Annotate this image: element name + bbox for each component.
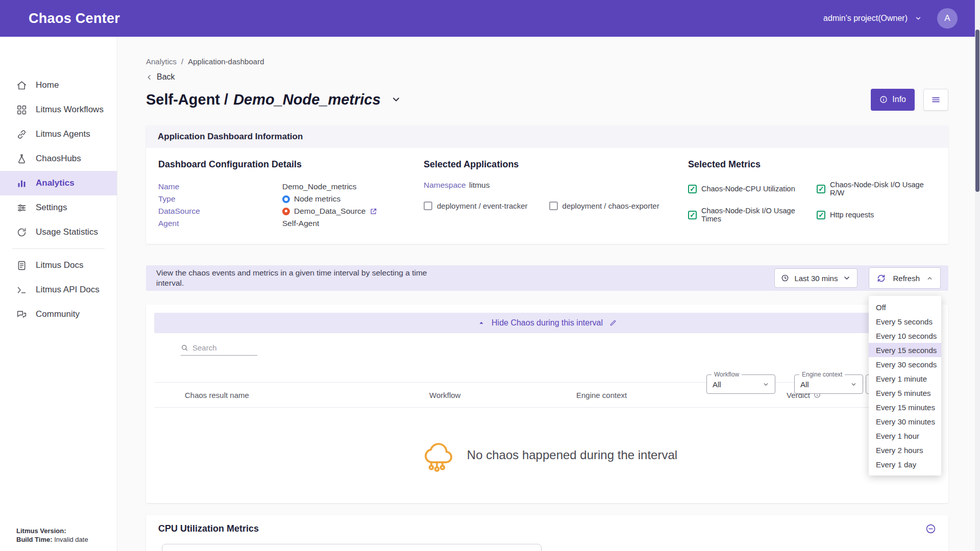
workflow-filter-label: Workflow bbox=[712, 371, 742, 378]
breadcrumb-analytics[interactable]: Analytics bbox=[146, 57, 177, 66]
external-link-icon[interactable] bbox=[370, 208, 377, 215]
menu-item-off[interactable]: Off bbox=[869, 300, 941, 314]
config-value: Node metrics bbox=[282, 194, 340, 204]
hide-chaos-toggle[interactable]: Hide Chaos during this interval bbox=[154, 313, 940, 333]
menu-item-every-5-seconds[interactable]: Every 5 seconds bbox=[869, 314, 941, 329]
sidebar-item-label: Community bbox=[36, 309, 80, 319]
top-bar: Chaos Center admin's project(Owner) A bbox=[0, 0, 980, 37]
sidebar-item-label: Settings bbox=[36, 203, 67, 213]
checkbox-checked-icon bbox=[817, 211, 825, 219]
chevron-up-icon bbox=[478, 319, 485, 327]
chevron-down-icon[interactable] bbox=[915, 15, 922, 22]
avatar[interactable]: A bbox=[937, 8, 958, 29]
config-value-text: Node metrics bbox=[294, 194, 340, 204]
title-actions: Info bbox=[871, 89, 948, 111]
engine-context-filter-value: All bbox=[800, 380, 809, 389]
sidebar-item-litmus-workflows[interactable]: Litmus Workflows bbox=[0, 97, 117, 122]
config-label: Agent bbox=[158, 219, 282, 228]
sidebar-item-litmus-api-docs[interactable]: Litmus API Docs bbox=[0, 278, 117, 302]
refresh-dropdown-button[interactable]: Refresh bbox=[869, 267, 941, 289]
workflow-filter-select[interactable]: Workflow All bbox=[706, 374, 775, 394]
page-title-agent: Self-Agent / bbox=[146, 91, 228, 108]
bar-chart-icon bbox=[16, 178, 27, 189]
collapse-minus-icon[interactable] bbox=[925, 523, 936, 534]
sidebar-item-community[interactable]: Community bbox=[0, 302, 117, 327]
main-area: Analytics / Application-dashboard Back S… bbox=[117, 37, 980, 551]
selected-metrics-title: Selected Metrics bbox=[688, 159, 936, 170]
engine-context-filter-select[interactable]: Engine context All bbox=[794, 374, 863, 394]
sidebar-secondary-nav: Litmus Docs Litmus API Docs Community bbox=[0, 253, 117, 327]
checkbox-checked-icon bbox=[688, 211, 697, 219]
project-selector-label[interactable]: admin's project(Owner) bbox=[823, 14, 908, 23]
breadcrumb-separator: / bbox=[181, 57, 183, 66]
namespace-label: Namespace bbox=[424, 181, 469, 190]
hide-chaos-label: Hide Chaos during this interval bbox=[492, 318, 603, 328]
sidebar-item-litmus-docs[interactable]: Litmus Docs bbox=[0, 253, 117, 278]
checkbox-cpu-utilization[interactable]: Chaos-Node-CPU Utilization bbox=[688, 181, 817, 197]
clock-icon bbox=[781, 274, 789, 282]
config-label: Name bbox=[158, 182, 282, 191]
menu-item-every-30-minutes[interactable]: Every 30 minutes bbox=[869, 414, 941, 429]
checkbox-label: Chaos-Node-Disk I/O Usage R/W bbox=[830, 181, 936, 197]
chevron-down-icon bbox=[843, 274, 851, 282]
dashboard-options-button[interactable] bbox=[923, 89, 948, 111]
config-row-agent: Agent Self-Agent bbox=[158, 217, 424, 230]
hamburger-menu-icon bbox=[931, 95, 941, 105]
application-options: deployment / event-tracker deployment / … bbox=[424, 202, 688, 210]
namespace-value: litmus bbox=[469, 181, 489, 190]
menu-item-every-15-minutes[interactable]: Every 15 minutes bbox=[869, 400, 941, 414]
menu-item-every-15-seconds[interactable]: Every 15 seconds bbox=[869, 343, 941, 357]
menu-item-every-1-day[interactable]: Every 1 day bbox=[869, 457, 941, 471]
time-range-select[interactable]: Last 30 mins bbox=[774, 268, 857, 288]
table-controls: Workflow All Engine context All Verdict … bbox=[154, 333, 940, 382]
sidebar-item-analytics[interactable]: Analytics bbox=[0, 171, 117, 195]
checkbox-label: Http requests bbox=[830, 211, 874, 219]
chevron-down-icon bbox=[850, 381, 857, 388]
checkbox-unchecked-icon bbox=[424, 202, 432, 210]
build-time-label: Build Time: bbox=[16, 536, 53, 543]
edit-pencil-icon[interactable] bbox=[609, 319, 617, 327]
checkbox-event-tracker[interactable]: deployment / event-tracker bbox=[424, 202, 528, 210]
checkbox-http-requests[interactable]: Http requests bbox=[817, 207, 936, 223]
dashboard-switcher-chevron-down-icon[interactable] bbox=[391, 94, 401, 105]
cpu-utilization-header: CPU Utilization Metrics bbox=[158, 523, 936, 534]
menu-item-every-2-hours[interactable]: Every 2 hours bbox=[869, 443, 941, 457]
chaos-interval-card: Hide Chaos during this interval Workflow… bbox=[146, 305, 948, 503]
menu-item-every-10-seconds[interactable]: Every 10 seconds bbox=[869, 329, 941, 343]
title-row: Self-Agent /Demo_Node_metrics Info bbox=[146, 88, 948, 111]
scrollbar-thumb[interactable] bbox=[975, 30, 979, 192]
search-input[interactable] bbox=[192, 343, 251, 352]
menu-item-every-1-hour[interactable]: Every 1 hour bbox=[869, 429, 941, 443]
time-range-value: Last 30 mins bbox=[794, 274, 838, 283]
sidebar-item-home[interactable]: Home bbox=[0, 73, 117, 97]
sidebar-item-chaoshubs[interactable]: ChaosHubs bbox=[0, 146, 117, 171]
page-title: Self-Agent /Demo_Node_metrics bbox=[146, 91, 381, 108]
sidebar-item-label: Litmus Workflows bbox=[36, 105, 104, 115]
selected-applications-column: Selected Applications Namespace litmus d… bbox=[424, 159, 688, 230]
config-label: Type bbox=[158, 194, 282, 204]
config-row-name: Name Demo_Node_metrics bbox=[158, 181, 424, 193]
chevron-down-icon bbox=[763, 381, 769, 388]
breadcrumb: Analytics / Application-dashboard bbox=[146, 57, 948, 66]
column-workflow: Workflow bbox=[429, 391, 576, 399]
checkbox-disk-io-rw[interactable]: Chaos-Node-Disk I/O Usage R/W bbox=[817, 181, 936, 197]
menu-item-every-5-minutes[interactable]: Every 5 minutes bbox=[869, 386, 941, 400]
sidebar-item-settings[interactable]: Settings bbox=[0, 195, 117, 220]
flask-icon bbox=[16, 154, 27, 164]
sidebar-item-usage-statistics[interactable]: Usage Statistics bbox=[0, 220, 117, 244]
build-time-value: Invalid date bbox=[54, 536, 88, 543]
config-value: Self-Agent bbox=[282, 219, 319, 228]
topbar-right: admin's project(Owner) A bbox=[823, 8, 958, 29]
checkbox-disk-io-times[interactable]: Chaos-Node-Disk I/O Usage Times bbox=[688, 207, 817, 223]
back-link[interactable]: Back bbox=[146, 72, 948, 82]
chevron-up-icon bbox=[926, 275, 933, 282]
menu-item-every-30-seconds[interactable]: Every 30 seconds bbox=[869, 357, 941, 371]
engine-context-filter-label: Engine context bbox=[799, 371, 845, 378]
sidebar-item-litmus-agents[interactable]: Litmus Agents bbox=[0, 122, 117, 146]
menu-item-every-1-minute[interactable]: Every 1 minute bbox=[869, 371, 941, 386]
page-title-dashboard: Demo_Node_metrics bbox=[233, 91, 381, 108]
config-label: DataSource bbox=[158, 207, 282, 216]
info-button[interactable]: Info bbox=[871, 89, 915, 111]
checkbox-chaos-exporter[interactable]: deployment / chaos-exporter bbox=[549, 202, 659, 210]
checkbox-checked-icon bbox=[817, 185, 825, 193]
